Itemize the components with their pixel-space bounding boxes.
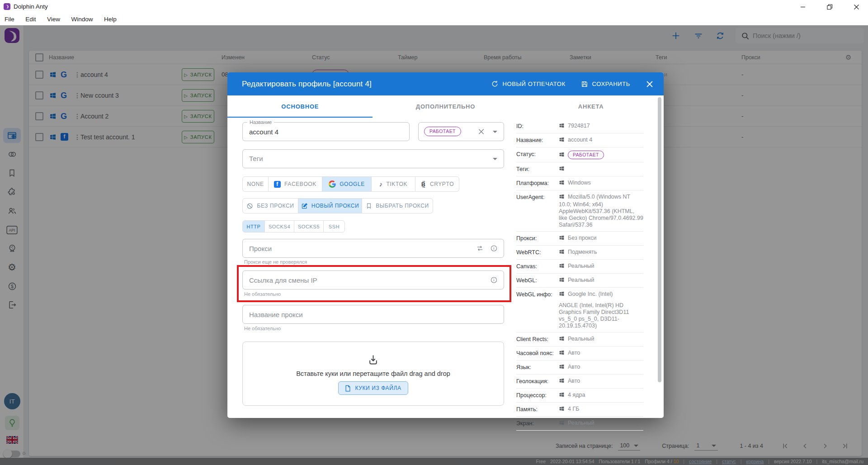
modal-tabs: ОСНОВНОЕ ДОПОЛНИТЕЛЬНО АНКЕТА bbox=[227, 95, 664, 118]
info-value: Авто bbox=[559, 378, 643, 385]
platform-tiktok-button[interactable]: ♪ TIKTOK bbox=[371, 176, 415, 192]
dropzone-text: Вставьте куки или перетащите файл drag a… bbox=[296, 370, 450, 377]
chevron-down-icon bbox=[493, 158, 497, 160]
minimize-button[interactable] bbox=[793, 0, 813, 14]
profile-info-row: WebRTC: Подменять bbox=[516, 246, 643, 260]
info-label: WebRTC: bbox=[516, 249, 559, 256]
no-proxy-button[interactable]: БЕЗ ПРОКСИ bbox=[242, 198, 298, 214]
tab-questionnaire[interactable]: АНКЕТА bbox=[518, 95, 664, 118]
info-label: Часовой пояс: bbox=[516, 350, 559, 357]
windows-icon bbox=[559, 392, 565, 399]
windows-icon bbox=[559, 350, 565, 357]
info-value: Авто bbox=[559, 364, 643, 371]
platform-facebook-button[interactable]: f FACEBOOK bbox=[268, 176, 322, 192]
profile-info-row: ID: 7924817 bbox=[516, 119, 643, 133]
maximize-button[interactable] bbox=[819, 0, 840, 14]
menu-bar: File Edit View Window Help bbox=[0, 14, 868, 25]
info-label: Экран: bbox=[516, 420, 559, 427]
info-label: ID: bbox=[516, 123, 559, 130]
info-icon[interactable] bbox=[490, 276, 498, 284]
menu-edit[interactable]: Edit bbox=[21, 14, 40, 25]
profile-info-row: UserAgent: Mozilla/5.0 (Windows NT 10.0;… bbox=[516, 190, 643, 232]
save-button[interactable]: СОХРАНИТЬ bbox=[581, 81, 630, 88]
upload-icon bbox=[367, 354, 379, 366]
profile-info-row: Client Rects: Реальный bbox=[516, 332, 643, 346]
tab-main[interactable]: ОСНОВНОЕ bbox=[227, 95, 373, 118]
info-label: WebGL инфо: bbox=[516, 291, 559, 329]
menu-help[interactable]: Help bbox=[99, 14, 121, 25]
google-icon bbox=[329, 180, 336, 188]
profile-name-field: Название bbox=[242, 122, 410, 141]
menu-view[interactable]: View bbox=[42, 14, 65, 25]
info-value: Mozilla/5.0 (Windows NT 10.0; Win64; x64… bbox=[559, 194, 643, 228]
info-label: Геолокация: bbox=[516, 378, 559, 385]
ip-change-link-input[interactable] bbox=[249, 271, 476, 289]
fingerprint-refresh-icon bbox=[491, 80, 499, 88]
close-window-button[interactable] bbox=[846, 0, 867, 14]
cookies-dropzone[interactable]: Вставьте куки или перетащите файл drag a… bbox=[242, 342, 504, 406]
protocol-socks5-button[interactable]: SOCKS5 bbox=[294, 220, 324, 232]
proxy-mode-toggle-group: БЕЗ ПРОКСИ НОВЫЙ ПРОКСИ ВЫБРАТЬ ПРОКСИ bbox=[242, 198, 433, 214]
menu-window[interactable]: Window bbox=[66, 14, 97, 25]
select-proxy-button[interactable]: ВЫБРАТЬ ПРОКСИ bbox=[362, 198, 433, 214]
proxy-name-input[interactable] bbox=[249, 305, 476, 323]
info-label: Процессор: bbox=[516, 392, 559, 399]
tab-additional[interactable]: ДОПОЛНИТЕЛЬНО bbox=[373, 95, 519, 118]
status-select[interactable]: РАБОТАЕТ bbox=[418, 122, 504, 141]
windows-icon bbox=[559, 406, 565, 413]
windows-icon bbox=[559, 137, 565, 144]
profile-info-row: Память: 4 ГБ bbox=[516, 403, 643, 417]
modal-header: Редактировать профиль [account 4] НОВЫЙ … bbox=[227, 72, 664, 95]
platform-none-button[interactable]: NONE bbox=[242, 176, 269, 192]
platform-crypto-button[interactable]: B CRYPTO bbox=[415, 176, 459, 192]
swap-icon[interactable] bbox=[476, 245, 484, 252]
profile-name-input[interactable] bbox=[249, 123, 382, 141]
tiktok-icon: ♪ bbox=[379, 180, 383, 188]
windows-icon bbox=[559, 364, 565, 371]
edit-profile-modal: Редактировать профиль [account 4] НОВЫЙ … bbox=[227, 72, 664, 418]
profile-info-row: Экран: Реальный bbox=[516, 417, 643, 431]
windows-icon bbox=[559, 194, 565, 201]
profile-info-row: Часовой пояс: Авто bbox=[516, 346, 643, 361]
profile-info-row: Прокси: Без прокси bbox=[516, 232, 643, 246]
new-proxy-button[interactable]: НОВЫЙ ПРОКСИ bbox=[298, 198, 362, 214]
info-label: Статус: bbox=[516, 151, 559, 159]
info-label: UserAgent: bbox=[516, 194, 559, 228]
facebook-icon: f bbox=[274, 181, 281, 188]
info-label: Платформа: bbox=[516, 180, 559, 187]
proxy-name-field bbox=[242, 305, 504, 324]
close-modal-button[interactable] bbox=[646, 80, 654, 88]
info-label: Память: bbox=[516, 406, 559, 413]
platform-google-button[interactable]: GOOGLE bbox=[322, 176, 372, 192]
windows-icon bbox=[559, 180, 565, 187]
menu-file[interactable]: File bbox=[0, 14, 19, 25]
title-bar: Dolphin Anty bbox=[0, 0, 868, 14]
proxy-input[interactable] bbox=[249, 239, 476, 257]
status-chip: РАБОТАЕТ bbox=[424, 127, 461, 136]
modal-title: Редактировать профиль [account 4] bbox=[242, 80, 372, 89]
cookies-from-file-button[interactable]: КУКИ ИЗ ФАЙЛА bbox=[338, 381, 408, 395]
bookmark-icon bbox=[366, 203, 372, 209]
new-fingerprint-button[interactable]: НОВЫЙ ОТПЕЧАТОК bbox=[491, 80, 566, 88]
protocol-socks4-button[interactable]: SOCKS4 bbox=[264, 220, 294, 232]
tags-placeholder: Теги bbox=[249, 150, 263, 168]
info-icon[interactable] bbox=[490, 245, 498, 252]
tags-select[interactable]: Теги bbox=[242, 149, 504, 168]
chevron-down-icon bbox=[493, 131, 497, 133]
info-value: 7924817 bbox=[559, 123, 643, 130]
info-value: Windows bbox=[559, 180, 643, 187]
info-value: 4 ГБ bbox=[559, 406, 643, 413]
windows-icon bbox=[559, 378, 565, 385]
windows-icon bbox=[559, 263, 565, 270]
info-value: РАБОТАЕТ bbox=[559, 151, 643, 159]
windows-icon bbox=[559, 291, 565, 299]
info-value: Реальный bbox=[559, 277, 643, 285]
modal-scrollbar[interactable] bbox=[658, 97, 661, 382]
profile-info-row: WebGL инфо: Google Inc. (Intel) ANGLE (I… bbox=[516, 288, 643, 332]
info-value: 4 ядра bbox=[559, 392, 643, 399]
protocol-ssh-button[interactable]: SSH bbox=[323, 220, 345, 232]
protocol-http-button[interactable]: HTTP bbox=[242, 220, 265, 232]
info-value: Google Inc. (Intel) ANGLE (Intel, Intel(… bbox=[559, 291, 643, 329]
clear-status-icon[interactable] bbox=[478, 128, 485, 135]
info-label: Язык: bbox=[516, 364, 559, 371]
